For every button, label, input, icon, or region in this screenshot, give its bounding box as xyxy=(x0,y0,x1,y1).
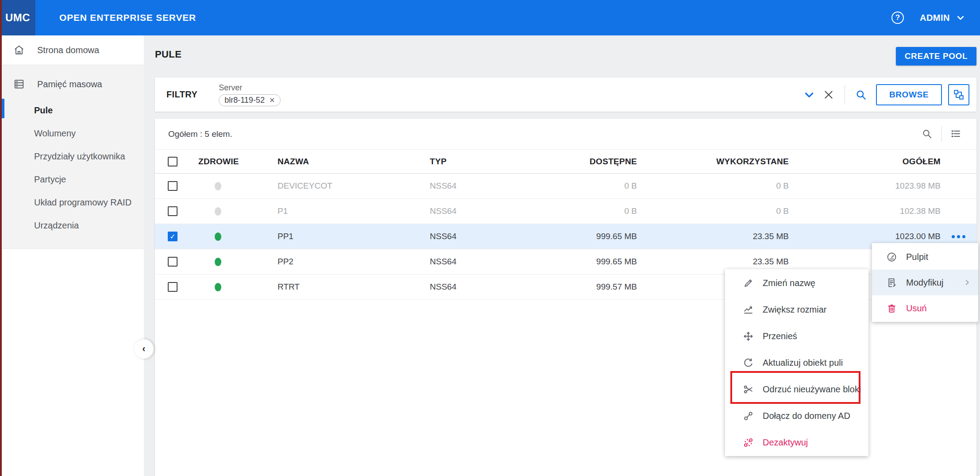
column-header-typ[interactable]: TYP xyxy=(416,157,571,166)
menu-item-dashboard[interactable]: Pulpit xyxy=(872,244,978,270)
row-checkbox[interactable] xyxy=(168,181,177,191)
pool-used: 23.35 MB xyxy=(637,257,789,267)
menu-item-discard-unused-blocks[interactable]: Odrzuć nieużywane bloki xyxy=(725,376,868,402)
create-pool-button[interactable]: CREATE POOL xyxy=(896,47,976,66)
pool-used: 0 B xyxy=(637,181,789,191)
row-checkbox[interactable] xyxy=(168,257,177,267)
menu-item-label: Usuń xyxy=(906,303,927,313)
storage-icon xyxy=(13,78,25,90)
select-all-checkbox[interactable] xyxy=(168,157,177,166)
window-edge xyxy=(0,0,2,476)
filter-collapse-button[interactable] xyxy=(799,85,819,104)
menu-item-label: Dołącz do domeny AD xyxy=(763,411,850,421)
topbar: UMC OPEN ENTERPRISE SERVER ? ADMIN xyxy=(0,0,980,35)
sidebar-storage-section: Pamięć masowa Pule Wolumeny Przydziały u… xyxy=(0,65,144,249)
home-icon xyxy=(13,44,25,56)
sidebar: Strona domowa Pamięć masowa Pule Wolumen… xyxy=(0,35,144,476)
menu-item-delete[interactable]: Usuń xyxy=(872,295,978,321)
table-header-row: ZDROWIE NAZWA TYP DOSTĘPNE WYKORZYSTANE … xyxy=(155,150,976,174)
table-summary: Ogółem : 5 elem. xyxy=(168,129,232,139)
menu-item-label: Zwiększ rozmiar xyxy=(763,305,826,315)
browse-button[interactable]: BROWSE xyxy=(876,84,942,105)
sidebar-item-partycje[interactable]: Partycje xyxy=(0,170,144,189)
search-icon xyxy=(922,128,933,140)
column-header-dostepne[interactable]: DOSTĘPNE xyxy=(571,157,637,166)
menu-item-label: Zmień nazwę xyxy=(763,278,815,288)
sidebar-collapse-button[interactable]: ‹ xyxy=(134,339,154,359)
sidebar-item-label: Urządzenia xyxy=(34,221,79,230)
filter-search-button[interactable] xyxy=(851,85,871,104)
tree-icon xyxy=(953,89,965,101)
pool-name: P1 xyxy=(266,206,416,216)
pool-available: 999.57 MB xyxy=(571,282,637,292)
sidebar-item-home[interactable]: Strona domowa xyxy=(0,35,144,65)
sidebar-item-label: Wolumeny xyxy=(34,128,76,138)
chip-remove-icon[interactable]: ✕ xyxy=(269,96,275,104)
dashboard-icon xyxy=(886,252,897,263)
column-header-ogolem[interactable]: OGÓŁEM xyxy=(789,157,941,166)
menu-item-join-ad-domain[interactable]: Dołącz do domeny AD xyxy=(725,402,868,429)
pool-name: DEVICEYCOT xyxy=(266,181,416,191)
menu-item-rename[interactable]: Zmień nazwę xyxy=(725,270,868,296)
pool-name: PP1 xyxy=(266,232,416,241)
menu-item-move[interactable]: Przenieś xyxy=(725,323,868,349)
menu-item-deactivate[interactable]: Dezaktywuj xyxy=(725,429,868,456)
pencil-icon xyxy=(743,278,754,289)
trash-icon xyxy=(886,303,897,314)
trend-up-icon xyxy=(743,304,754,315)
table-row[interactable]: P1 NSS64 0 B 0 B 102.38 MB xyxy=(155,199,976,224)
row-checkbox[interactable] xyxy=(168,206,177,216)
help-icon[interactable]: ? xyxy=(891,12,904,24)
row-checkbox-checked[interactable]: ✓ xyxy=(168,232,177,241)
pool-available: 0 B xyxy=(571,181,637,191)
pool-type: NSS64 xyxy=(416,257,571,267)
list-icon xyxy=(950,128,962,140)
pool-total: 1023.98 MB xyxy=(789,181,941,191)
umc-logo[interactable]: UMC xyxy=(0,0,35,35)
health-status-dot xyxy=(215,207,221,216)
sidebar-item-pule[interactable]: Pule xyxy=(0,101,144,120)
menu-item-increase-size[interactable]: Zwiększ rozmiar xyxy=(725,296,868,323)
health-status-dot xyxy=(215,258,221,266)
table-search-button[interactable] xyxy=(918,124,937,144)
sidebar-item-label: Układ programowy RAID xyxy=(34,197,131,207)
app-title: OPEN ENTERPRISE SERVER xyxy=(59,12,196,23)
sidebar-item-urzadzenia[interactable]: Urządzenia xyxy=(0,216,144,235)
link-icon xyxy=(743,410,754,422)
table-view-options-button[interactable] xyxy=(946,124,966,144)
search-icon xyxy=(855,89,867,101)
table-toolbar-actions xyxy=(918,124,976,144)
pool-name: PP2 xyxy=(266,257,416,267)
sidebar-item-label: Przydziały użytkownika xyxy=(34,151,125,161)
sidebar-item-raid[interactable]: Układ programowy RAID xyxy=(0,193,144,212)
menu-item-update-pool-object[interactable]: Aktualizuj obiekt puli xyxy=(725,349,868,376)
column-header-nazwa[interactable]: NAZWA xyxy=(266,157,416,166)
sidebar-item-label: Partycje xyxy=(34,174,66,184)
pool-total: 102.38 MB xyxy=(789,206,941,216)
column-header-wykorzystane[interactable]: WYKORZYSTANE xyxy=(637,157,789,166)
chip-label: blr8-119-52 xyxy=(224,96,265,105)
sidebar-item-przydzialy[interactable]: Przydziały użytkownika xyxy=(0,147,144,166)
pool-type: NSS64 xyxy=(416,232,571,241)
pool-available: 0 B xyxy=(571,206,637,216)
divider xyxy=(845,85,845,104)
table-row-selected[interactable]: ✓ PP1 NSS64 999.65 MB 23.35 MB 1023.00 M… xyxy=(155,224,976,249)
column-header-zdrowie[interactable]: ZDROWIE xyxy=(190,157,266,166)
sidebar-storage-label: Pamięć masowa xyxy=(37,79,102,89)
table-toolbar: Ogółem : 5 elem. xyxy=(155,119,976,150)
tree-view-button[interactable] xyxy=(948,84,969,105)
filter-clear-button[interactable] xyxy=(819,85,838,104)
server-filter-group: Server blr8-119-52 ✕ xyxy=(219,83,281,106)
close-icon xyxy=(823,89,834,101)
menu-item-modify[interactable]: Modyfikuj xyxy=(872,270,978,295)
row-checkbox[interactable] xyxy=(168,282,177,292)
table-row[interactable]: DEVICEYCOT NSS64 0 B 0 B 1023.98 MB xyxy=(155,174,976,199)
pool-type: NSS64 xyxy=(416,206,571,216)
row-actions-menu-button[interactable] xyxy=(949,232,968,241)
server-filter-chip[interactable]: blr8-119-52 ✕ xyxy=(219,94,281,106)
sidebar-item-wolumeny[interactable]: Wolumeny xyxy=(0,124,144,143)
chevron-down-icon xyxy=(803,89,815,101)
admin-menu[interactable]: ADMIN xyxy=(920,13,965,23)
sidebar-item-storage[interactable]: Pamięć masowa xyxy=(0,72,144,96)
health-status-dot xyxy=(215,283,221,291)
